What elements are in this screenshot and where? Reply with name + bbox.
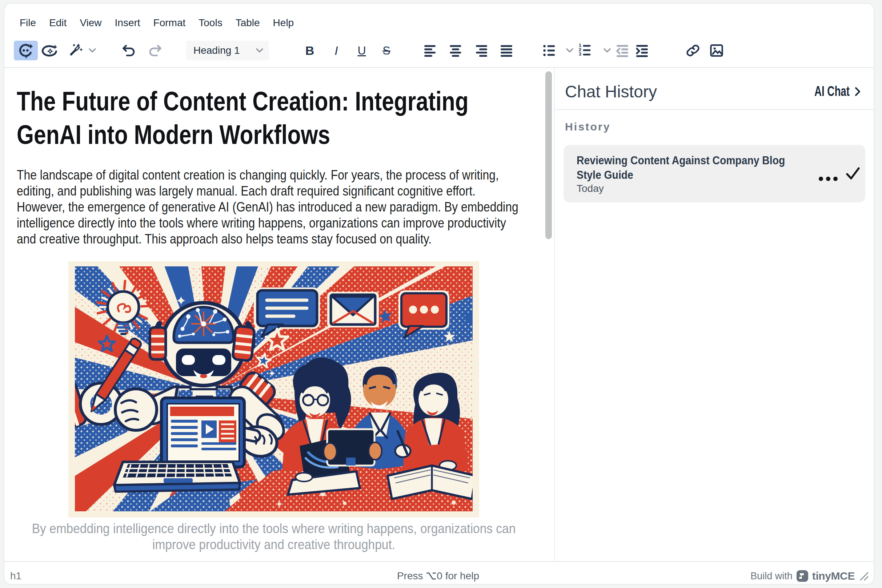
svg-text:3: 3 — [579, 51, 581, 57]
